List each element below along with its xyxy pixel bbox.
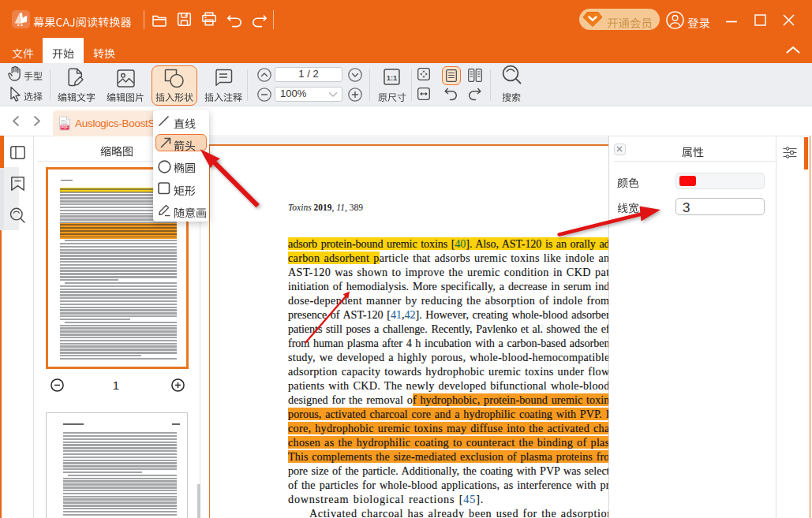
svg-text:1:1: 1:1: [387, 73, 398, 82]
svg-text:PDF: PDF: [61, 125, 68, 129]
